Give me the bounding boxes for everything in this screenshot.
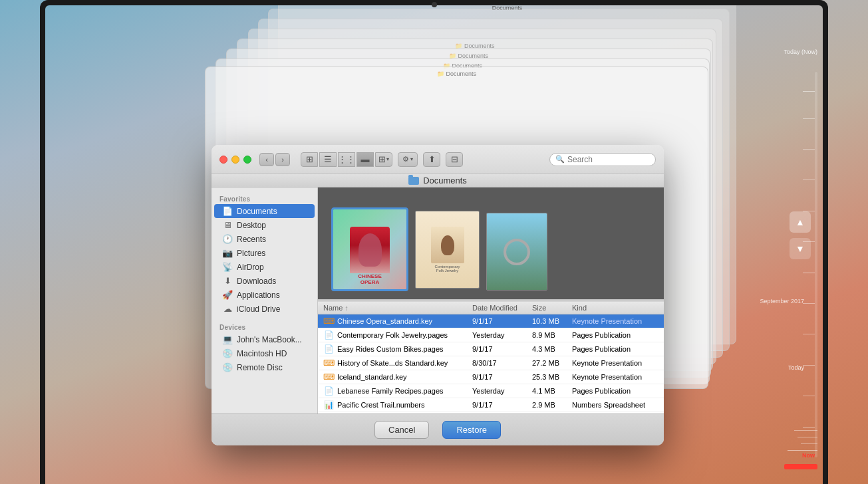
cover-flow-button[interactable]: ▬: [357, 152, 374, 167]
remote-icon: 💿: [222, 362, 233, 372]
maximize-button[interactable]: [243, 156, 251, 164]
sidebar-item-documents[interactable]: 📄 Documents: [214, 204, 315, 218]
cancel-button[interactable]: Cancel: [374, 421, 429, 439]
sidebar-item-applications[interactable]: 🚀 Applications: [214, 288, 315, 302]
close-button[interactable]: [219, 156, 227, 164]
finder-sidebar: Favorites 📄 Documents 🖥 Desktop 🕐 Recent…: [212, 187, 318, 414]
finder-window: ‹ › ⊞ ☰ ⋮⋮ ▬ ⊞▾ ⚙▾ ⬆ ⊟ 🔍: [212, 145, 664, 445]
file-modified: 9/1/17: [472, 317, 532, 325]
file-row-chinese-opera[interactable]: ⌨ Chinese Opera_standard.key 9/1/17 10.3…: [318, 314, 664, 328]
sidebar-item-downloads[interactable]: ⬇ Downloads: [214, 274, 315, 288]
file-size: 27.2 MB: [532, 359, 572, 367]
folder-icon: [408, 177, 419, 185]
finder-body: Favorites 📄 Documents 🖥 Desktop 🕐 Recent…: [212, 187, 664, 414]
sidebar-item-macbook[interactable]: 💻 John's MacBook...: [214, 332, 315, 346]
tm-timeline: [815, 72, 817, 457]
search-icon: 🔍: [555, 155, 565, 164]
modified-column-header[interactable]: Date Modified: [472, 304, 532, 312]
file-size: 8.9 MB: [532, 331, 572, 339]
icloud-icon: ☁: [222, 304, 233, 314]
macbook-screen: Today (Now) ▲ ▼ September 2: [45, 5, 823, 484]
sidebar-item-label-documents: Documents: [237, 207, 277, 216]
file-modified: 8/30/17: [472, 359, 532, 367]
desktop-icon: 🖥: [222, 220, 233, 230]
file-modified: 9/1/17: [472, 373, 532, 381]
tm-now-text: Now: [802, 452, 815, 459]
forward-button[interactable]: ›: [275, 153, 290, 166]
file-size: 2.9 MB: [532, 401, 572, 409]
file-size: 25.3 MB: [532, 373, 572, 381]
file-size: 4.1 MB: [532, 387, 572, 395]
finder-title-bar: Documents: [212, 174, 664, 187]
sidebar-item-label-hd: Macintosh HD: [237, 349, 287, 358]
hd-icon: 💿: [222, 348, 233, 358]
file-row-pacific[interactable]: 📊 Pacific Crest Trail.numbers 9/1/17 2.9…: [318, 398, 664, 412]
cover-flow-preview: CHINESEOPERA Chinese Opera_standard.key: [318, 187, 664, 299]
file-row-history-skate[interactable]: ⌨ History of Skate...ds Standard.key 8/3…: [318, 356, 664, 370]
file-row-easy-rides[interactable]: 📄 Easy Rides Custom Bikes.pages 9/1/17 4…: [318, 342, 664, 356]
sidebar-item-remote[interactable]: 💿 Remote Disc: [214, 360, 315, 374]
restore-button[interactable]: Restore: [442, 421, 501, 439]
file-modified: Yesterday: [472, 387, 532, 395]
file-row-iceland[interactable]: ⌨ Iceland_standard.key 9/1/17 25.3 MB Ke…: [318, 370, 664, 384]
pages-file-icon-3: 📄: [323, 386, 334, 396]
pages-file-icon: 📄: [323, 330, 334, 340]
file-kind: Keynote Presentation: [572, 359, 658, 367]
file-kind: Pages Publication: [572, 345, 658, 353]
file-list: Name ↑ Date Modified Size Kind: [318, 302, 664, 414]
devices-section-label: Devices: [212, 321, 317, 332]
file-kind: Pages Publication: [572, 387, 658, 395]
pages-file-icon-2: 📄: [323, 344, 334, 354]
arrange-button[interactable]: ⊟: [446, 152, 463, 167]
share-button[interactable]: ⬆: [423, 152, 440, 167]
folk-jewelry-thumb: ContemporaryFolk Jewelry: [416, 211, 479, 288]
airdrop-icon: 📡: [222, 262, 233, 272]
column-view-button[interactable]: ⋮⋮: [338, 152, 355, 167]
sidebar-item-hd[interactable]: 💿 Macintosh HD: [214, 346, 315, 360]
finder-main-area: CHINESEOPERA Chinese Opera_standard.key: [318, 187, 664, 414]
applications-icon: 🚀: [222, 290, 233, 300]
action-button[interactable]: ⚙▾: [398, 152, 418, 167]
file-kind: Pages Publication: [572, 331, 658, 339]
icon-view-button[interactable]: ⊞: [301, 152, 318, 167]
group-view-button[interactable]: ⊞▾: [375, 152, 392, 167]
kind-column-header[interactable]: Kind: [572, 304, 658, 312]
file-kind: Keynote Presentation: [572, 317, 658, 325]
size-column-header[interactable]: Size: [532, 304, 572, 312]
selected-thumbnail[interactable]: CHINESEOPERA Chinese Opera_standard.key: [331, 207, 408, 291]
file-list-header: Name ↑ Date Modified Size Kind: [318, 302, 664, 314]
sidebar-item-desktop[interactable]: 🖥 Desktop: [214, 218, 315, 232]
file-row-folk-jewelry[interactable]: 📄 Contemporary Folk Jewelry.pages Yester…: [318, 328, 664, 342]
file-name: Chinese Opera_standard.key: [337, 317, 432, 325]
finder-bottom-bar: Cancel Restore: [212, 414, 664, 445]
search-bar[interactable]: 🔍: [549, 153, 656, 166]
file-size: 10.3 MB: [532, 317, 572, 325]
sidebar-item-label-desktop: Desktop: [237, 221, 266, 230]
macbook-icon: 💻: [222, 334, 233, 344]
sidebar-item-label-icloud: iCloud Drive: [237, 304, 280, 314]
search-input[interactable]: [567, 155, 650, 164]
recents-icon: 🕐: [222, 234, 233, 244]
sidebar-item-label-macbook: John's MacBook...: [237, 335, 302, 344]
keynote-file-icon: ⌨: [323, 316, 334, 326]
sidebar-item-recents[interactable]: 🕐 Recents: [214, 232, 315, 246]
sidebar-item-airdrop[interactable]: 📡 AirDrop: [214, 260, 315, 274]
file-modified: 9/1/17: [472, 401, 532, 409]
sidebar-item-icloud[interactable]: ☁ iCloud Drive: [214, 302, 315, 316]
file-row-lebanese[interactable]: 📄 Lebanese Family Recipes.pages Yesterda…: [318, 384, 664, 398]
minimize-button[interactable]: [231, 156, 239, 164]
back-button[interactable]: ‹: [259, 153, 274, 166]
sidebar-item-label-downloads: Downloads: [237, 277, 276, 286]
pictures-icon: 📷: [222, 248, 233, 258]
bike-thumbnail[interactable]: [486, 213, 547, 291]
tm-up-button[interactable]: ▲: [790, 211, 811, 233]
sidebar-item-pictures[interactable]: 📷 Pictures: [214, 246, 315, 260]
name-column-header[interactable]: Name ↑: [323, 304, 472, 312]
file-name: History of Skate...ds Standard.key: [337, 359, 448, 367]
favorites-section-label: Favorites: [212, 193, 317, 204]
chinese-opera-thumb: CHINESEOPERA: [333, 209, 406, 289]
list-view-button[interactable]: ☰: [319, 152, 337, 167]
tm-sep-label: September 2017: [760, 298, 804, 304]
keynote-file-icon-2: ⌨: [323, 358, 334, 368]
folk-jewelry-thumbnail[interactable]: ContemporaryFolk Jewelry: [415, 211, 480, 289]
